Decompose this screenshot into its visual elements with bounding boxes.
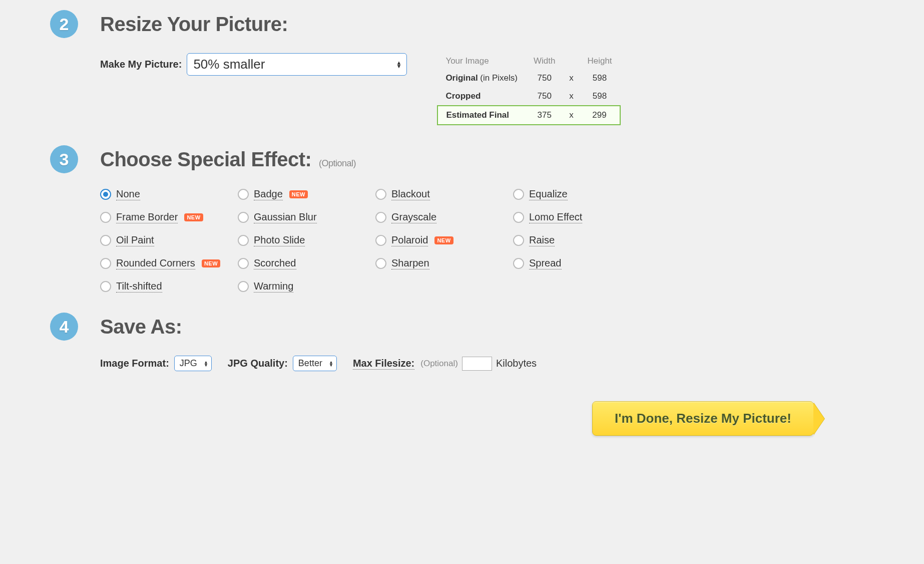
radio-icon [375,235,386,246]
table-header: Width [526,53,563,69]
max-filesize-label: Max Filesize: [353,358,414,370]
table-row: Cropped750x598 [437,87,620,106]
effect-label: Frame Border [116,211,178,223]
effect-label: Warming [254,280,293,293]
radio-icon [375,258,386,269]
table-header: Height [579,53,620,69]
section-resize: 2 Resize Your Picture: Make My Picture: … [50,10,874,125]
effect-option[interactable]: Frame BorderNEW [100,211,238,223]
table-header: Your Image [437,53,526,69]
radio-icon [238,258,249,269]
radio-icon [100,281,111,292]
radio-icon [100,235,111,246]
effect-option[interactable]: Scorched [238,257,375,269]
effect-label: Raise [529,234,555,246]
radio-icon [238,212,249,223]
radio-icon [238,235,249,246]
dimensions-table: Your Image Width Height Original (in Pix… [437,53,620,125]
radio-icon [100,258,111,269]
resize-select[interactable]: 50% smaller ▲▼ [187,53,407,76]
table-row: Original (in Pixels)750x598 [437,69,620,87]
effect-option[interactable]: Grayscale [375,211,513,223]
effect-label: Scorched [254,257,296,269]
effect-option[interactable]: Gaussian Blur [238,211,375,223]
quality-label: JPG Quality: [228,358,288,369]
section-header: 4 Save As: [50,313,874,341]
effect-label: Tilt-shifted [116,280,162,293]
chevron-updown-icon: ▲▼ [396,61,402,68]
effect-label: Oil Paint [116,234,154,246]
effect-option[interactable]: None [100,188,238,200]
new-badge: NEW [289,190,308,198]
section-save: 4 Save As: Image Format: JPG ▲▼ JPG Qual… [50,313,874,371]
radio-icon [238,281,249,292]
effect-option[interactable]: Oil Paint [100,234,238,246]
effect-label: Grayscale [391,211,436,223]
effect-option[interactable]: Sharpen [375,257,513,269]
effect-option[interactable]: Warming [238,280,375,293]
effect-option[interactable]: Lomo Effect [513,211,651,223]
effect-label: Rounded Corners [116,257,195,269]
section-title: Resize Your Picture: [100,13,288,36]
effect-option[interactable]: Equalize [513,188,651,200]
section-header: 2 Resize Your Picture: [50,10,874,38]
effect-label: Photo Slide [254,234,305,246]
quality-select[interactable]: Better ▲▼ [293,356,337,371]
new-badge: NEW [184,213,203,221]
radio-icon [513,189,524,200]
effect-option[interactable]: Spread [513,257,651,269]
effect-label: Lomo Effect [529,211,582,223]
radio-icon [375,189,386,200]
optional-label: (Optional) [319,158,356,168]
resize-submit-button[interactable]: I'm Done, Resize My Picture! [592,401,814,436]
step-number: 4 [50,313,78,341]
optional-label: (Optional) [420,359,458,369]
radio-icon [513,235,524,246]
effect-label: Spread [529,257,562,269]
effect-option[interactable]: BadgeNEW [238,188,375,200]
effect-label: Polaroid [391,234,428,246]
chevron-updown-icon: ▲▼ [204,361,208,367]
format-select[interactable]: JPG ▲▼ [174,356,212,371]
new-badge: NEW [202,259,220,267]
radio-icon [513,258,524,269]
effect-label: Badge [254,188,283,200]
kilobytes-label: Kilobytes [496,358,537,369]
make-picture-label: Make My Picture: [100,59,182,70]
new-badge: NEW [434,236,453,244]
radio-icon [513,212,524,223]
effect-label: Equalize [529,188,568,200]
section-effect: 3 Choose Special Effect: (Optional) None… [50,145,874,293]
effects-grid: NoneBadgeNEWBlackoutEqualizeFrame Border… [100,188,651,293]
max-filesize-input[interactable] [462,357,492,371]
effect-label: Sharpen [391,257,429,269]
effect-option[interactable]: PolaroidNEW [375,234,513,246]
section-header: 3 Choose Special Effect: (Optional) [50,145,874,173]
effect-option[interactable]: Blackout [375,188,513,200]
section-title: Save As: [100,316,182,338]
table-row: Estimated Final375x299 [437,106,620,125]
step-number: 2 [50,10,78,38]
step-number: 3 [50,145,78,173]
radio-icon [375,212,386,223]
radio-icon [238,189,249,200]
radio-icon [100,212,111,223]
format-label: Image Format: [100,358,169,369]
effect-option[interactable]: Raise [513,234,651,246]
effect-option[interactable]: Tilt-shifted [100,280,238,293]
section-title: Choose Special Effect: (Optional) [100,148,356,171]
radio-icon [100,189,111,200]
effect-label: None [116,188,140,200]
resize-select-value: 50% smaller [193,57,265,72]
chevron-updown-icon: ▲▼ [329,361,333,367]
effect-label: Gaussian Blur [254,211,317,223]
effect-option[interactable]: Photo Slide [238,234,375,246]
effect-label: Blackout [391,188,430,200]
effect-option[interactable]: Rounded CornersNEW [100,257,238,269]
